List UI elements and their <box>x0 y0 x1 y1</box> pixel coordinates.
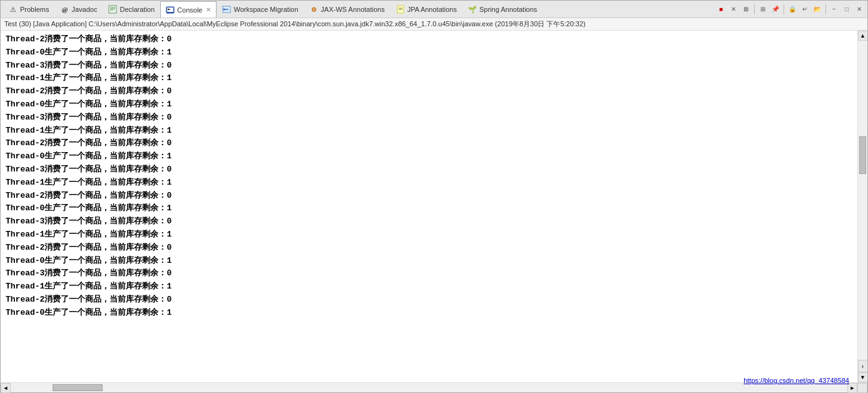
console-line: Thread-0生产了一个商品，当前库存剩余：1 <box>6 46 852 59</box>
tab-spring-label: Spring Annotations <box>479 6 537 13</box>
action-separator-3 <box>825 4 826 14</box>
tab-jax-ws-label: JAX-WS Annotations <box>321 6 385 13</box>
tab-jpa[interactable]: JPA Annotations <box>391 1 462 18</box>
console-line: Thread-0生产了一个商品，当前库存剩余：1 <box>6 202 852 215</box>
console-area: Thread-2消费了一个商品，当前库存剩余：0 Thread-0生产了一个商品… <box>1 31 867 382</box>
vertical-scrollbar: ▲ › ▼ <box>857 31 867 382</box>
console-line: Thread-3消费了一个商品，当前库存剩余：0 <box>6 215 852 228</box>
console-line: Thread-1生产了一个商品，当前库存剩余：1 <box>6 280 852 293</box>
console-line: Thread-2消费了一个商品，当前库存剩余：0 <box>6 33 852 46</box>
tab-problems-label: Problems <box>20 6 49 13</box>
scroll-left-button[interactable]: ◄ <box>1 383 11 393</box>
console-line: Thread-3消费了一个商品，当前库存剩余：0 <box>6 267 852 280</box>
bottom-link[interactable]: https://blog.csdn.net/qq_43748584 <box>743 377 849 384</box>
tab-workspace-migration-label: Workspace Migration <box>233 6 298 13</box>
console-close-x[interactable]: ✕ <box>206 6 211 13</box>
console-line: Thread-3消费了一个商品，当前库存剩余：0 <box>6 111 852 125</box>
svg-rect-0 <box>109 6 116 13</box>
status-bar: Test (30) [Java Application] C:\Users\Ad… <box>1 18 867 31</box>
scroll-thumb[interactable] <box>859 136 866 174</box>
tab-bar-actions: ■ ✕ ⊠ ⊞ 📌 🔒 ↵ 📂 − □ ✕ <box>715 4 865 15</box>
console-line: Thread-3消费了一个商品，当前库存剩余：0 <box>6 163 852 176</box>
declaration-icon <box>108 5 117 14</box>
pin-button[interactable]: 📌 <box>770 4 781 15</box>
tab-jax-ws[interactable]: ⚙ JAX-WS Annotations <box>304 1 391 18</box>
scrollbar-corner <box>857 383 867 393</box>
console-line: Thread-1生产了一个商品，当前库存剩余：1 <box>6 72 852 85</box>
scroll-up-button[interactable]: ▲ <box>858 31 868 41</box>
tab-declaration-label: Declaration <box>120 6 155 13</box>
console-icon <box>166 6 175 14</box>
tab-jpa-label: JPA Annotations <box>407 6 457 13</box>
problems-icon: ⚠ <box>9 5 18 14</box>
word-wrap-button[interactable]: ↵ <box>799 4 810 15</box>
console-line: Thread-1生产了一个商品，当前库存剩余：1 <box>6 228 852 242</box>
close-view-button[interactable]: ✕ <box>854 4 865 15</box>
jax-ws-icon: ⚙ <box>310 5 319 14</box>
maximize-button[interactable]: □ <box>841 4 852 15</box>
console-output[interactable]: Thread-2消费了一个商品，当前库存剩余：0 Thread-0生产了一个商品… <box>1 31 857 382</box>
scroll-h-track[interactable] <box>11 383 847 392</box>
collapse-button[interactable]: › <box>858 360 868 372</box>
console-line: Thread-2消费了一个商品，当前库存剩余：0 <box>6 293 852 307</box>
console-line: Thread-3消费了一个商品，当前库存剩余：0 <box>6 59 852 73</box>
workspace-migration-icon <box>222 5 231 14</box>
console-line: Thread-1生产了一个商品，当前库存剩余：1 <box>6 125 852 138</box>
javadoc-icon: @ <box>60 5 69 14</box>
tab-console-label: Console <box>177 6 202 14</box>
scroll-h-thumb[interactable] <box>53 384 103 391</box>
console-line: Thread-1生产了一个商品，当前库存剩余：1 <box>6 176 852 190</box>
ide-window: ⚠ Problems @ Javadoc Declaration Console… <box>0 0 868 393</box>
scroll-down-button[interactable]: ▼ <box>858 372 868 382</box>
tab-console[interactable]: Console ✕ <box>160 1 217 18</box>
horizontal-scrollbar: ◄ ► <box>1 382 867 392</box>
action-separator-2 <box>784 4 784 14</box>
close-button[interactable]: ✕ <box>728 4 739 15</box>
console-line: Thread-0生产了一个商品，当前库存剩余：1 <box>6 307 852 320</box>
svg-point-9 <box>223 9 225 11</box>
console-line: Thread-0生产了一个商品，当前库存剩余：1 <box>6 98 852 111</box>
scroll-lock-button[interactable]: 🔒 <box>787 4 798 15</box>
new-console-button[interactable]: ⊞ <box>757 4 768 15</box>
tab-problems[interactable]: ⚠ Problems <box>3 1 54 18</box>
tab-workspace-migration[interactable]: Workspace Migration <box>217 1 304 18</box>
status-text: Test (30) [Java Application] C:\Users\Ad… <box>4 19 586 29</box>
tab-spring[interactable]: 🌱 Spring Annotations <box>462 1 543 18</box>
minimize-button[interactable]: − <box>829 4 840 15</box>
scroll-track[interactable] <box>858 41 867 360</box>
open-file-button[interactable]: 📂 <box>812 4 823 15</box>
action-separator-1 <box>754 4 755 14</box>
tab-javadoc[interactable]: @ Javadoc <box>54 1 103 18</box>
console-line: Thread-2消费了一个商品，当前库存剩余：0 <box>6 85 852 98</box>
console-line: Thread-0生产了一个商品，当前库存剩余：1 <box>6 150 852 163</box>
tab-declaration[interactable]: Declaration <box>103 1 160 18</box>
spring-icon: 🌱 <box>468 5 477 14</box>
console-line: Thread-2消费了一个商品，当前库存剩余：0 <box>6 190 852 203</box>
jpa-icon <box>396 5 405 14</box>
stop-button[interactable]: ■ <box>715 4 727 15</box>
console-line: Thread-2消费了一个商品，当前库存剩余：0 <box>6 137 852 150</box>
tab-bar: ⚠ Problems @ Javadoc Declaration Console… <box>1 1 867 18</box>
console-line: Thread-0生产了一个商品，当前库存剩余：1 <box>6 255 852 268</box>
terminate-button[interactable]: ⊠ <box>740 4 752 15</box>
tab-javadoc-label: Javadoc <box>71 6 97 13</box>
console-line: Thread-2消费了一个商品，当前库存剩余：0 <box>6 242 852 255</box>
